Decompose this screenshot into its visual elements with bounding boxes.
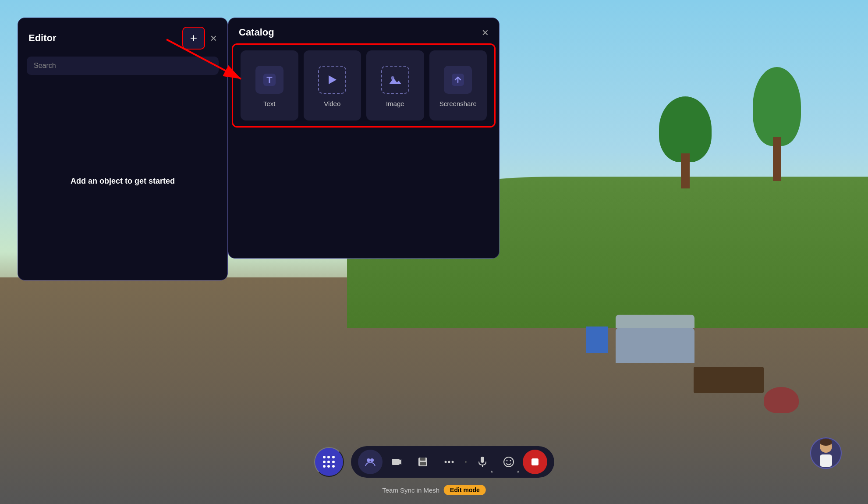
screenshare-icon-container [444,66,472,94]
catalog-panel: Catalog × T Text [228,18,500,259]
avatar-svg [813,438,839,469]
svg-point-21 [504,457,514,467]
grid-menu-button[interactable] [314,447,344,477]
svg-rect-19 [481,457,484,463]
edit-mode-badge[interactable]: Edit mode [444,485,486,495]
disk-button[interactable] [411,450,435,474]
catalog-header: Catalog × [228,18,499,45]
svg-point-9 [367,458,370,462]
people-sync-button[interactable] [358,450,383,474]
catalog-item-screenshare-label: Screenshare [439,100,477,107]
search-input[interactable] [27,57,219,75]
avatar-figure [811,438,841,468]
catalog-item-screenshare[interactable]: Screenshare [429,50,487,121]
catalog-item-video-label: Video [324,100,340,107]
add-object-button[interactable]: + [182,27,205,50]
svg-text:T: T [266,75,273,85]
svg-rect-24 [531,458,539,465]
record-stop-button[interactable] [523,450,547,474]
emoji-chevron: ▲ [517,469,520,473]
emoji-icon [503,456,514,468]
svg-rect-15 [420,462,426,465]
svg-point-27 [820,439,832,446]
emoji-button[interactable]: ▲ [496,450,521,474]
editor-title: Editor [28,32,57,44]
more-icon [443,460,455,464]
camera-button[interactable] [384,450,409,474]
main-toolbar: ▲ ▲ [351,446,554,478]
empty-state: Add an object to get started [18,82,227,280]
mic-button[interactable]: ▲ [470,450,495,474]
disk-icon [417,456,429,468]
text-icon-container: T [255,66,283,94]
editor-close-button[interactable]: × [210,32,217,44]
svg-point-16 [444,461,446,463]
svg-point-10 [370,458,374,462]
grid-dots-icon [323,456,335,468]
catalog-items-grid: T Text Video [235,45,492,126]
status-bar: Team Sync in Mesh Edit mode [382,485,486,495]
more-button[interactable] [437,450,461,474]
toolbar-divider [465,461,467,463]
catalog-close-button[interactable]: × [482,27,489,38]
grid-dot [332,456,335,458]
editor-panel: Editor + × Add an object to get started [18,18,228,280]
grid-dot [327,461,330,463]
svg-point-18 [451,461,453,463]
catalog-items-wrapper: T Text Video [228,45,499,126]
svg-rect-14 [420,458,425,461]
video-icon [324,72,340,88]
svg-point-17 [448,461,450,463]
grid-dot [332,465,335,468]
svg-rect-26 [820,454,832,467]
image-icon-container [381,66,409,94]
grid-dot [323,461,326,463]
image-icon [387,72,403,88]
grid-dot [332,461,335,463]
catalog-item-image[interactable]: Image [366,50,424,121]
grid-dot [323,456,326,458]
editor-header: Editor + × [18,18,227,57]
camera-icon [391,456,402,468]
screenshare-icon [450,72,466,88]
svg-marker-6 [389,78,401,84]
mic-chevron: ▲ [490,469,494,473]
grid-dot [323,465,326,468]
catalog-item-video[interactable]: Video [304,50,361,121]
empty-state-text: Add an object to get started [71,177,175,186]
editor-header-actions: + × [182,27,217,50]
svg-rect-11 [392,459,400,465]
grid-dot [327,456,330,458]
search-container [18,57,227,82]
svg-point-23 [510,460,511,461]
text-icon: T [262,72,277,88]
catalog-item-text-label: Text [263,100,276,107]
svg-marker-12 [400,459,401,465]
catalog-item-text[interactable]: T Text [241,50,298,121]
ui-layer: Editor + × Add an object to get started [0,0,868,504]
mic-icon [478,456,487,468]
grid-dot [327,465,330,468]
avatar-button[interactable] [810,437,842,469]
video-icon-container [318,66,346,94]
catalog-item-image-label: Image [386,100,404,107]
catalog-title: Catalog [239,27,274,38]
svg-marker-4 [329,75,337,84]
people-icon [365,456,376,468]
record-icon [529,456,541,468]
bottom-toolbar: ▲ ▲ [314,446,554,478]
team-sync-label: Team Sync in Mesh [382,486,439,494]
svg-point-22 [506,460,507,461]
